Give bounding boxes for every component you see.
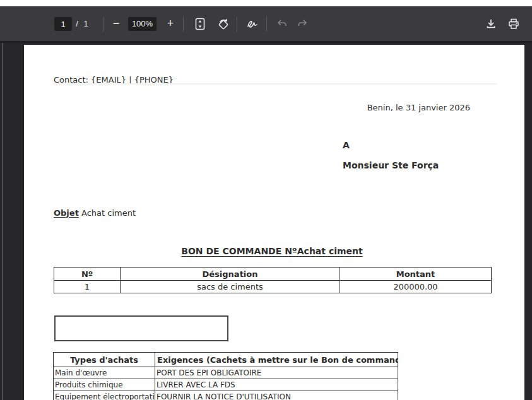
fit-to-page-icon bbox=[195, 18, 205, 30]
toolbar-divider bbox=[103, 16, 103, 32]
items-table-header-row: Nº Désignation Montant bbox=[54, 268, 492, 281]
order-title: BON DE COMMANDE NºAchat ciment bbox=[24, 246, 520, 256]
item-amount-cell: 200000.00 bbox=[340, 281, 492, 293]
requirements-table-row: Equipement électroportatifs FOURNIR LA N… bbox=[54, 391, 398, 400]
pdf-viewer-window: / 1 − 100% + bbox=[0, 0, 532, 400]
undo-arrow-icon bbox=[276, 19, 288, 29]
rotate-button[interactable] bbox=[217, 6, 230, 41]
requirements-table-row: Main d'œuvre PORT DES EPI OBLIGATOIRE bbox=[54, 367, 398, 379]
redo-arrow-icon bbox=[297, 19, 308, 29]
pen-squiggle-icon bbox=[247, 19, 258, 29]
purchase-type-cell: Produits chimique bbox=[54, 379, 155, 391]
toolbar-divider bbox=[183, 16, 184, 32]
printer-icon bbox=[508, 18, 519, 30]
purchase-type-cell: Main d'œuvre bbox=[54, 367, 155, 379]
recipient-prefix: A bbox=[343, 140, 350, 150]
requirements-table-header: Types d'achats bbox=[54, 353, 155, 367]
annotate-button[interactable] bbox=[246, 6, 259, 41]
requirements-table-header-row: Types d'achats Exigences (Cachets à mett… bbox=[54, 353, 398, 367]
items-table: Nº Désignation Montant 1 sacs de ciments… bbox=[54, 267, 492, 293]
undo-button[interactable] bbox=[276, 6, 288, 41]
requirement-cell: PORT DES EPI OBLIGATOIRE bbox=[155, 367, 398, 379]
toolbar-divider bbox=[237, 16, 237, 32]
print-button[interactable] bbox=[507, 6, 520, 41]
page-number-input[interactable] bbox=[54, 17, 72, 31]
contact-underline bbox=[54, 83, 497, 85]
requirements-table-row: Produits chimique LIVRER AVEC LA FDS bbox=[54, 379, 398, 391]
zoom-out-button[interactable]: − bbox=[109, 6, 124, 41]
pdf-viewer-canvas: Contact: {EMAIL} | {PHONE} Benin, le 31 … bbox=[0, 43, 532, 400]
pdf-toolbar: / 1 − 100% + bbox=[0, 6, 532, 43]
viewer-left-edge bbox=[2, 43, 3, 400]
rotate-counterclockwise-icon bbox=[217, 18, 230, 30]
requirement-cell: LIVRER AVEC LA FDS bbox=[155, 379, 398, 391]
zoom-in-button[interactable]: + bbox=[163, 6, 178, 41]
page-separator-label: / bbox=[74, 6, 80, 41]
redo-button[interactable] bbox=[296, 6, 309, 41]
purchase-type-cell: Equipement électroportatifs bbox=[54, 391, 155, 400]
items-table-header: Nº bbox=[54, 268, 121, 281]
fit-page-button[interactable] bbox=[194, 6, 206, 41]
requirement-cell: FOURNIR LA NOTICE D'UTILISATION bbox=[155, 391, 398, 400]
recipient-name: Monsieur Ste Força bbox=[343, 160, 439, 170]
item-number-cell: 1 bbox=[54, 281, 121, 293]
item-designation-cell: sacs de ciments bbox=[121, 281, 340, 293]
items-table-row: 1 sacs de ciments 200000.00 bbox=[54, 281, 492, 293]
subject-line: Objet Achat ciment bbox=[54, 208, 136, 218]
zoom-level-display[interactable]: 100% bbox=[128, 17, 157, 31]
toolbar-divider bbox=[266, 16, 267, 32]
items-table-header: Désignation bbox=[121, 268, 340, 281]
requirements-table: Types d'achats Exigences (Cachets à mett… bbox=[53, 352, 398, 400]
requirements-table-header: Exigences (Cachets à mettre sur le Bon d… bbox=[155, 353, 398, 367]
items-table-header: Montant bbox=[340, 268, 492, 281]
download-button[interactable] bbox=[485, 6, 497, 41]
subject-value: Achat ciment bbox=[79, 208, 136, 218]
pdf-page: Contact: {EMAIL} | {PHONE} Benin, le 31 … bbox=[24, 45, 524, 400]
page-count-label: 1 bbox=[82, 6, 90, 41]
stamp-box bbox=[54, 315, 228, 341]
date-line: Benin, le 31 janvier 2026 bbox=[367, 103, 470, 112]
subject-label: Objet bbox=[54, 208, 79, 218]
download-arrow-icon bbox=[485, 18, 497, 30]
